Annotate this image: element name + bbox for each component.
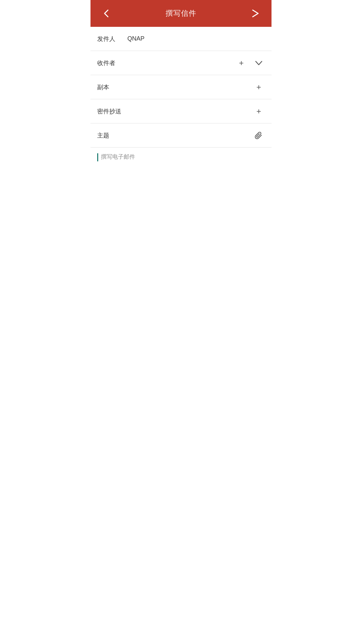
sender-row: 发件人 QNAP [90, 27, 272, 51]
attachment-button[interactable] [253, 129, 265, 142]
recipient-icons: + [235, 57, 265, 69]
subject-label: 主题 [97, 131, 124, 140]
cc-add-button[interactable]: + [253, 81, 265, 93]
compose-body-area[interactable]: 撰写电子邮件 [90, 148, 272, 282]
back-button[interactable] [99, 5, 115, 21]
bcc-row[interactable]: 密件抄送 + [90, 99, 272, 123]
bcc-label: 密件抄送 [97, 107, 124, 115]
compose-body-placeholder: 撰写电子邮件 [101, 154, 135, 160]
recipient-row[interactable]: 收件者 + [90, 51, 272, 75]
bcc-input[interactable] [124, 108, 253, 115]
recipient-add-button[interactable]: + [235, 57, 247, 69]
recipient-input[interactable] [124, 59, 235, 66]
sender-label: 发件人 [97, 35, 124, 43]
recipient-label: 收件者 [97, 59, 124, 67]
bcc-icons: + [253, 105, 265, 117]
cc-label: 副本 [97, 83, 124, 91]
header: 撰写信件 [90, 0, 272, 27]
subject-row[interactable]: 主题 [90, 123, 272, 148]
subject-icons [253, 129, 265, 142]
bcc-add-button[interactable]: + [253, 105, 265, 117]
page-title: 撰写信件 [166, 8, 196, 18]
subject-input[interactable] [124, 132, 253, 139]
text-cursor [97, 153, 98, 161]
cc-input[interactable] [124, 84, 253, 91]
cc-icons: + [253, 81, 265, 93]
recipient-expand-button[interactable] [253, 57, 265, 69]
cc-row[interactable]: 副本 + [90, 75, 272, 99]
compose-form: 发件人 QNAP 收件者 + 副本 + 密件抄送 [90, 27, 272, 148]
sender-value: QNAP [124, 35, 265, 42]
send-button[interactable] [247, 5, 263, 21]
